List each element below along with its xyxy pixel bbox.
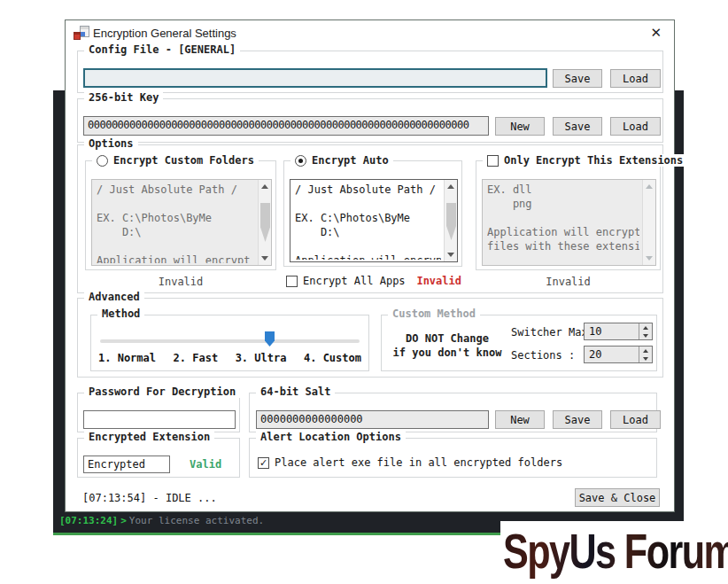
config-load-button[interactable]: Load <box>610 69 661 88</box>
advanced-group-label: Advanced <box>84 291 144 303</box>
config-save-button[interactable]: Save <box>553 69 602 88</box>
alert-group: Alert Location Options ✓ Place alert exe… <box>249 438 657 478</box>
key-save-button[interactable]: Save <box>553 117 602 136</box>
config-file-group-label: Config File - [GENERAL] <box>84 43 240 56</box>
spin-down-icon[interactable] <box>639 354 652 362</box>
scroll-down-icon[interactable] <box>445 248 457 261</box>
custom-folders-scrollbar[interactable] <box>258 180 271 265</box>
password-input[interactable] <box>83 410 236 429</box>
alert-placement-checkbox[interactable]: ✓ <box>258 457 269 469</box>
method-tick-ultra[interactable]: 3. Ultra <box>236 352 287 364</box>
forum-watermark: SpyUs Forum <box>503 521 728 580</box>
encrypt-auto-radio[interactable] <box>295 155 306 167</box>
encrypt-auto-group: Encrypt Auto / Just Absolute Path / EX. … <box>283 160 462 267</box>
method-tick-normal[interactable]: 1. Normal <box>98 352 156 364</box>
extension-group: Encrypted Extension Encrypted Valid <box>77 438 240 478</box>
extensions-checkbox[interactable] <box>487 155 499 167</box>
advanced-group: Advanced Method 1. Normal 2. Fast 3. Ult… <box>77 298 663 378</box>
extensions-scrollbar[interactable] <box>642 180 655 265</box>
watermark-box: SpyUs Forum <box>500 521 728 584</box>
status-text: [07:13:54] - IDLE ... <box>82 492 217 504</box>
extensions-group: Only Encrypt This Extensions EX. dll png… <box>476 160 661 270</box>
custom-folders-label: Encrypt Custom Folders <box>113 154 254 167</box>
key-new-button[interactable]: New <box>495 117 545 136</box>
custom-folders-radio[interactable] <box>97 155 108 167</box>
spin-down-icon[interactable] <box>639 331 652 339</box>
encrypt-all-apps-label: Encrypt All Apps <box>303 275 406 287</box>
salt-group: 64-bit Salt 0000000000000000 New Save Lo… <box>249 393 657 432</box>
custom-method-warning-2: if you don't know <box>389 346 506 360</box>
encrypt-auto-status: Invalid <box>416 275 461 287</box>
custom-folders-group: Encrypt Custom Folders / Just Absolute P… <box>85 160 276 270</box>
extensions-label: Only Encrypt This Extensions <box>504 154 683 167</box>
extensions-status: Invalid <box>476 276 660 288</box>
salt-new-button[interactable]: New <box>495 410 545 429</box>
encrypt-auto-scrollbar[interactable] <box>444 180 457 261</box>
extension-status: Valid <box>190 458 221 471</box>
close-icon[interactable]: ✕ <box>650 25 662 41</box>
password-group: Password For Decryption <box>77 393 240 432</box>
options-group: Options Encrypt Custom Folders / Just Ab… <box>77 144 663 293</box>
method-group: Method 1. Normal 2. Fast 3. Ultra 4. Cus… <box>90 315 369 371</box>
switcher-max-stepper[interactable]: 10 <box>584 323 653 340</box>
method-slider-track[interactable] <box>100 339 360 343</box>
salt-save-button[interactable]: Save <box>553 410 602 429</box>
sections-stepper[interactable]: 20 <box>584 346 653 363</box>
config-file-group: Config File - [GENERAL] Save Load <box>77 51 663 93</box>
alert-placement-label: Place alert exe file in all encrypted fo… <box>275 456 562 469</box>
encryption-settings-window: Encryption General Settings ✕ Config Fil… <box>65 19 675 512</box>
console-timestamp: [07:13:24] <box>59 515 118 526</box>
app-window-icon <box>74 26 89 40</box>
save-close-button[interactable]: Save & Close <box>575 488 660 507</box>
key-group-label: 256-bit Key <box>84 91 163 104</box>
console-line: [07:13:24]>Your license activated. <box>59 515 264 526</box>
scroll-up-icon[interactable] <box>259 180 271 193</box>
key-load-button[interactable]: Load <box>610 117 661 136</box>
key-group: 256-bit Key 0000000000000000000000000000… <box>77 98 663 143</box>
scroll-up-icon[interactable] <box>643 180 655 193</box>
salt-load-button[interactable]: Load <box>610 410 661 429</box>
password-group-label: Password For Decryption <box>84 385 240 398</box>
alert-group-label: Alert Location Options <box>256 431 406 443</box>
custom-method-group: Custom Method DO NOT Change if you don't… <box>381 315 657 371</box>
extension-group-label: Encrypted Extension <box>84 431 214 443</box>
console-prompt: > <box>118 515 129 526</box>
extensions-textarea[interactable]: EX. dll png Application will encrypt all… <box>482 179 656 266</box>
titlebar: Encryption General Settings ✕ <box>66 20 674 45</box>
sections-label: Sections : <box>511 349 575 362</box>
method-tick-fast[interactable]: 2. Fast <box>174 352 219 364</box>
custom-folders-textarea[interactable]: / Just Absolute Path / EX. C:\Photos\ByM… <box>91 179 272 266</box>
custom-folders-status: Invalid <box>86 276 275 288</box>
encrypt-all-apps-checkbox[interactable] <box>286 276 298 287</box>
method-slider-thumb[interactable] <box>265 331 275 347</box>
console-message: Your license activated. <box>129 515 264 526</box>
scroll-up-icon[interactable] <box>445 180 457 193</box>
config-file-input[interactable] <box>83 68 547 88</box>
scroll-down-icon[interactable] <box>643 252 655 265</box>
encrypt-auto-label: Encrypt Auto <box>312 154 389 167</box>
encrypt-auto-textarea[interactable]: / Just Absolute Path / EX. C:\Photos\ByM… <box>290 179 458 262</box>
salt-input[interactable]: 0000000000000000 <box>256 410 489 429</box>
window-title: Encryption General Settings <box>93 27 236 40</box>
salt-group-label: 64-bit Salt <box>256 385 335 398</box>
scroll-down-icon[interactable] <box>259 252 271 265</box>
method-tick-custom[interactable]: 4. Custom <box>304 352 361 364</box>
spin-up-icon[interactable] <box>639 323 652 331</box>
spin-up-icon[interactable] <box>639 347 652 354</box>
custom-method-warning-1: DO NOT Change <box>389 331 506 346</box>
extension-input[interactable]: Encrypted <box>83 456 170 473</box>
options-group-label: Options <box>84 137 138 150</box>
custom-method-group-label: Custom Method <box>388 308 480 320</box>
method-group-label: Method <box>97 308 144 320</box>
key-input[interactable]: 0000000000000000000000000000000000000000… <box>83 116 489 136</box>
